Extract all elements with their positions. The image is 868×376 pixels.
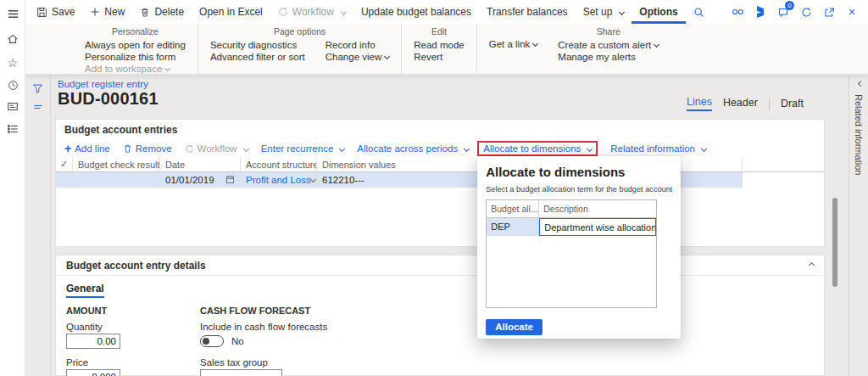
table-row[interactable]: 01/01/2019 Profit and Loss 612210---: [56, 172, 824, 188]
description-cell[interactable]: Department wise allocation: [539, 218, 656, 236]
dynamics-365-icon[interactable]: [753, 4, 768, 20]
recent-clock-icon[interactable]: [0, 74, 25, 96]
budget-account-entry-details-card: Budget account entry details General AMO…: [55, 255, 825, 376]
advanced-filter-or-sort-item[interactable]: Advanced filter or sort: [210, 51, 305, 63]
open-in-excel-button[interactable]: Open in Excel: [192, 0, 270, 24]
home-icon[interactable]: [0, 28, 25, 50]
refresh-icon[interactable]: [798, 4, 814, 20]
search-icon: [693, 7, 704, 18]
section-title: Budget account entry details: [66, 260, 206, 272]
budget-check-results-cell[interactable]: [73, 172, 160, 188]
column-header-account-structure[interactable]: Account structure: [241, 157, 317, 172]
select-all-checkmark-icon[interactable]: ✓: [56, 157, 73, 172]
account-structure-cell[interactable]: Profit and Loss: [241, 172, 317, 188]
page-body: Budget register entry BUD-000161 Lines H…: [25, 75, 868, 376]
delete-button[interactable]: Delete: [132, 0, 192, 24]
plus-icon: +: [64, 144, 71, 153]
budget-account-entries-card: Budget account entries +Add line Remove …: [55, 119, 825, 247]
calendar-icon[interactable]: [225, 175, 235, 184]
related-information-panel: Related information: [849, 75, 868, 376]
update-budget-balances-button[interactable]: Update budget balances: [353, 0, 479, 24]
options-tab[interactable]: Options: [632, 0, 685, 24]
ribbon-group-share: Get a link Share Create a custom alert M…: [476, 24, 671, 74]
allocate-across-periods-menu[interactable]: Allocate across periods: [357, 143, 469, 154]
get-a-link-item[interactable]: Get a link: [489, 38, 538, 50]
remove-button[interactable]: Remove: [123, 143, 172, 154]
enter-recurrence-menu[interactable]: Enter recurrence: [261, 143, 345, 154]
allocate-to-dimensions-menu[interactable]: Allocate to dimensions: [483, 143, 592, 154]
price-input[interactable]: [66, 369, 120, 376]
ribbon-group-page-options: Page options Security diagnostics Advanc…: [198, 24, 401, 74]
chevron-down-icon: [587, 145, 593, 151]
search-button[interactable]: [686, 0, 712, 24]
column-header-date[interactable]: Date: [160, 157, 241, 172]
workflow-refresh-icon: [278, 7, 288, 17]
workflow-menu[interactable]: Workflow: [270, 0, 353, 24]
chevron-down-icon: [464, 145, 470, 151]
include-cash-flow-toggle[interactable]: [200, 335, 224, 347]
close-icon[interactable]: ×: [844, 4, 860, 20]
sales-tax-group-select[interactable]: [200, 369, 282, 376]
chevron-down-icon: [532, 41, 538, 47]
record-info-item[interactable]: Record info: [326, 39, 389, 51]
group-title: Edit: [414, 26, 464, 36]
revert-item[interactable]: Revert: [414, 51, 464, 63]
row-select-cell[interactable]: [56, 172, 73, 188]
change-view-item[interactable]: Change view: [326, 51, 389, 63]
set-up-menu[interactable]: Set up: [576, 0, 632, 24]
add-line-button[interactable]: +Add line: [64, 143, 110, 154]
save-button[interactable]: Save: [29, 0, 82, 24]
security-diagnostics-item[interactable]: Security diagnostics: [210, 39, 305, 51]
group-title: Share: [558, 26, 659, 36]
apply-filter-icon[interactable]: [25, 98, 50, 116]
workspaces-icon[interactable]: [0, 96, 25, 118]
column-header-budget-allocation-term[interactable]: Budget all...↑: [487, 200, 539, 218]
tab-lines[interactable]: Lines: [687, 96, 712, 111]
create-custom-alert-item[interactable]: Create a custom alert: [558, 39, 659, 51]
menu-icon[interactable]: [0, 3, 25, 25]
pop-out-icon[interactable]: [821, 4, 837, 20]
read-mode-item[interactable]: Read mode: [414, 39, 464, 51]
group-title: AMOUNT: [66, 306, 200, 316]
column-header-budget-check-results[interactable]: Budget check results: [73, 157, 160, 172]
modules-list-icon[interactable]: [0, 118, 25, 140]
add-to-workspace-item[interactable]: Add to workspace: [85, 63, 186, 75]
tab-header[interactable]: Header: [723, 97, 758, 110]
link-icon[interactable]: [730, 4, 745, 20]
collapse-chevron-icon[interactable]: [809, 262, 815, 268]
options-ribbon-flyout: Personalize Always open for editing Pers…: [25, 24, 868, 75]
chevron-down-icon: [339, 145, 345, 151]
transfer-balances-button[interactable]: Transfer balances: [479, 0, 576, 24]
personalize-this-form-item[interactable]: Personalize this form: [85, 51, 186, 63]
always-open-for-editing-item[interactable]: Always open for editing: [85, 39, 186, 51]
manage-my-alerts-item[interactable]: Manage my alerts: [558, 51, 659, 63]
vertical-scrollbar[interactable]: [832, 198, 837, 287]
section-title: Budget account entries: [56, 120, 824, 136]
new-button[interactable]: New: [82, 0, 132, 24]
related-information-menu[interactable]: Related information: [610, 143, 706, 154]
messages-icon[interactable]: 0: [776, 4, 791, 20]
group-title: Page options: [210, 26, 389, 36]
table-row[interactable]: DEP Department wise allocation: [487, 218, 656, 236]
trash-icon: [140, 7, 150, 18]
column-header-description[interactable]: Description: [539, 200, 656, 218]
filter-funnel-icon[interactable]: [25, 79, 50, 98]
chevron-down-icon: [701, 145, 707, 151]
divider: [769, 98, 770, 110]
plus-icon: [90, 7, 100, 17]
favorites-star-icon[interactable]: ☆: [0, 52, 25, 74]
quantity-input[interactable]: [66, 334, 120, 349]
left-nav-rail: ☆: [0, 0, 25, 376]
related-information-label[interactable]: Related information: [854, 94, 864, 175]
details-header-bar[interactable]: Budget account entry details: [56, 255, 824, 276]
toggle-value: No: [231, 336, 244, 346]
allocate-button[interactable]: Allocate: [486, 319, 542, 335]
breadcrumb[interactable]: Budget register entry: [58, 79, 148, 89]
date-cell[interactable]: 01/01/2019: [160, 172, 241, 188]
budget-allocation-term-cell[interactable]: DEP: [487, 218, 539, 236]
workflow-menu[interactable]: Workflow: [185, 143, 248, 154]
annotation-highlight-box: Allocate to dimensions Allocate to dimen…: [477, 141, 598, 156]
chevron-down-icon: [619, 8, 625, 14]
expand-panel-chevron-icon[interactable]: [857, 81, 863, 87]
tab-general[interactable]: General: [66, 283, 104, 298]
